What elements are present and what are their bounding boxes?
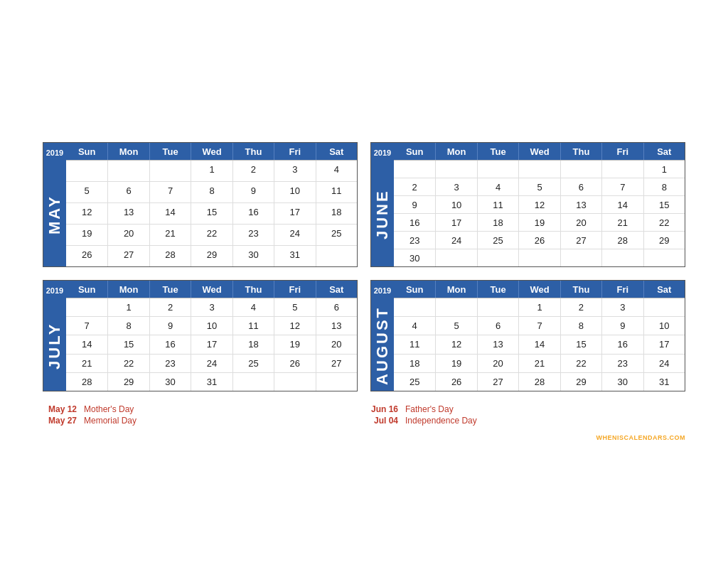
- dow-cell: Thu: [560, 143, 601, 160]
- day-cell: 17: [274, 203, 315, 224]
- day-cell: 12: [274, 317, 315, 335]
- day-cell: 11: [232, 317, 274, 335]
- dow-cell: Wed: [518, 281, 560, 298]
- day-cell: 18: [394, 355, 435, 372]
- left-col-july: 2019JULY: [43, 281, 66, 391]
- day-cell: 8: [107, 317, 149, 335]
- week-row: 45678910: [394, 317, 685, 335]
- holidays-right: Jun 16Father's DayJul 04Independence Day: [364, 404, 685, 426]
- day-cell: 26: [274, 355, 315, 372]
- day-cell: 0: [107, 161, 149, 181]
- day-cell: 9: [601, 317, 643, 335]
- holiday-name: Memorial Day: [84, 416, 136, 426]
- dow-cell: Wed: [191, 143, 232, 160]
- day-cell: 0: [477, 249, 518, 266]
- day-cell: 23: [149, 355, 191, 372]
- week-row: 21222324252627: [66, 355, 357, 373]
- day-cell: 27: [316, 355, 357, 372]
- day-cell: 0: [149, 161, 191, 181]
- dow-cell: Wed: [518, 143, 560, 160]
- day-cell: 24: [274, 225, 315, 245]
- day-cell: 0: [394, 161, 435, 178]
- day-cell: 17: [435, 214, 476, 231]
- left-col-august: 2019AUGUST: [371, 281, 394, 391]
- day-cell: 19: [66, 225, 107, 245]
- dow-cell: Fri: [601, 281, 643, 298]
- day-cell: 0: [643, 249, 685, 266]
- day-cell: 23: [601, 355, 643, 372]
- day-cell: 16: [149, 335, 191, 353]
- dow-cell: Wed: [191, 281, 232, 298]
- day-cell: 21: [518, 355, 560, 372]
- day-cell: 25: [394, 373, 435, 391]
- day-cell: 0: [435, 161, 476, 178]
- day-cell: 8: [643, 178, 685, 195]
- day-cell: 0: [316, 373, 357, 391]
- dow-cell: Sat: [316, 281, 357, 298]
- holiday-date: May 27: [43, 416, 77, 426]
- week-row: 0000001: [394, 161, 685, 178]
- dow-cell: Tue: [477, 143, 518, 160]
- week-row: 78910111213: [66, 317, 357, 335]
- day-cell: 22: [560, 355, 601, 372]
- week-row: 14151617181920: [66, 335, 357, 354]
- day-cell: 12: [66, 203, 107, 224]
- calendar-body-june: SunMonTueWedThuFriSat0000001234567891011…: [394, 143, 685, 266]
- dow-row-june: SunMonTueWedThuFriSat: [394, 143, 685, 160]
- dow-cell: Thu: [232, 143, 274, 160]
- dow-cell: Mon: [107, 281, 149, 298]
- day-cell: 10: [643, 317, 685, 335]
- week-row: 567891011: [66, 182, 357, 203]
- year-label-may: 2019: [43, 143, 66, 163]
- day-cell: 18: [316, 203, 357, 224]
- day-cell: 0: [560, 249, 601, 266]
- day-cell: 12: [435, 335, 476, 353]
- day-cell: 17: [643, 335, 685, 353]
- day-cell: 15: [560, 335, 601, 353]
- day-cell: 29: [191, 246, 232, 266]
- day-cell: 30: [232, 246, 274, 266]
- dow-cell: Tue: [477, 281, 518, 298]
- day-cell: 1: [107, 298, 149, 316]
- year-label-july: 2019: [43, 281, 66, 301]
- holiday-date: May 12: [43, 404, 77, 414]
- day-cell: 29: [643, 232, 685, 249]
- day-cell: 20: [316, 335, 357, 353]
- day-cell: 0: [477, 298, 518, 316]
- day-cell: 28: [66, 373, 107, 391]
- day-cell: 10: [274, 182, 315, 202]
- day-cell: 18: [477, 214, 518, 231]
- month-label-august: AUGUST: [371, 301, 394, 391]
- day-cell: 14: [518, 335, 560, 353]
- day-cell: 5: [274, 298, 315, 316]
- day-cell: 21: [149, 225, 191, 245]
- day-cell: 14: [66, 335, 107, 353]
- days-area-july: 0123456789101112131415161718192021222324…: [66, 298, 357, 391]
- day-cell: 2: [394, 178, 435, 195]
- day-cell: 26: [435, 373, 476, 391]
- calendar-june: 2019JUNESunMonTueWedThuFriSat00000012345…: [370, 142, 685, 267]
- day-cell: 3: [191, 298, 232, 316]
- calendar-body-august: SunMonTueWedThuFriSat0001230456789101112…: [394, 281, 685, 391]
- year-label-august: 2019: [371, 281, 394, 301]
- holidays-left: May 12Mother's DayMay 27Memorial Day: [43, 404, 364, 426]
- day-cell: 29: [107, 373, 149, 391]
- days-area-august: 0001230456789101112131415161718192021222…: [394, 298, 685, 391]
- dow-cell: Fri: [274, 143, 315, 160]
- dow-cell: Sat: [643, 143, 685, 160]
- days-area-may: 0001234567891011121314151617181920212223…: [66, 160, 357, 266]
- month-label-june: JUNE: [371, 163, 394, 266]
- dow-cell: Mon: [107, 143, 149, 160]
- week-row: 2345678: [394, 178, 685, 196]
- week-row: 28293031000: [66, 373, 357, 391]
- week-row: 25262728293031: [394, 373, 685, 391]
- day-cell: 6: [477, 317, 518, 335]
- day-cell: 0: [601, 161, 643, 178]
- dow-cell: Thu: [560, 281, 601, 298]
- day-cell: 3: [435, 178, 476, 195]
- day-cell: 0: [518, 161, 560, 178]
- day-cell: 20: [560, 214, 601, 231]
- holiday-name: Mother's Day: [84, 404, 134, 414]
- day-cell: 26: [518, 232, 560, 249]
- week-row: 16171819202122: [394, 214, 685, 232]
